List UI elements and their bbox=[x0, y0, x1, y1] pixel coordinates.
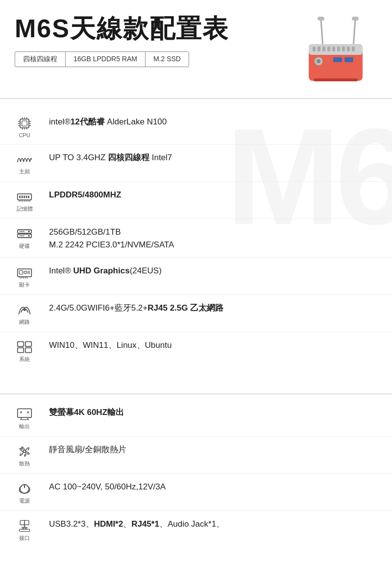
svg-rect-36 bbox=[22, 195, 23, 198]
spec-content-cooling: 靜音風扇/全銅散熱片 bbox=[44, 442, 377, 456]
gpu-icon bbox=[16, 266, 33, 279]
spec-icon-col-gpu: 顯卡 bbox=[5, 264, 44, 289]
svg-rect-19 bbox=[314, 78, 358, 81]
spec-text-storage-2: M.2 2242 PCIE3.0*1/NVME/SATA bbox=[49, 239, 377, 251]
svg-rect-80 bbox=[19, 529, 29, 531]
network-icon bbox=[16, 303, 33, 316]
spec-content-power: AC 100~240V, 50/60Hz,12V/3A bbox=[44, 480, 377, 493]
svg-rect-7 bbox=[318, 47, 320, 51]
power-icon bbox=[16, 482, 33, 495]
spec-content-mem: LPDDR5/4800MHZ bbox=[44, 188, 377, 201]
header-left: M6S天線款配置表 四核四線程 16GB LPDDR5 RAM M.2 SSD bbox=[15, 15, 294, 67]
spec-text-storage-1: 256GB/512GB/1TB bbox=[49, 226, 377, 239]
spec-icon-col-display: 輸出 bbox=[5, 405, 44, 430]
spec-row-network: 網路 2.4G/5.0GWIFI6+藍牙5.2+RJ45 2.5G 乙太網路 bbox=[0, 295, 392, 332]
svg-rect-67 bbox=[25, 348, 31, 353]
svg-rect-12 bbox=[342, 47, 345, 51]
svg-rect-14 bbox=[352, 47, 355, 51]
specs-section: CPU intel®12代酷睿 AlderLake N100 主頻 bbox=[0, 104, 392, 374]
svg-rect-10 bbox=[332, 47, 335, 51]
spec-icon-col-network: 網路 bbox=[5, 301, 44, 326]
spec-text-gpu: Intel® UHD Graphics(24EUS) bbox=[49, 265, 377, 277]
svg-rect-18 bbox=[344, 57, 353, 62]
svg-rect-35 bbox=[19, 195, 21, 198]
badge-row: 四核四線程 16GB LPDDR5 RAM M.2 SSD bbox=[15, 51, 189, 67]
svg-rect-11 bbox=[337, 47, 340, 51]
frequency-icon bbox=[16, 152, 33, 166]
spec-icon-col-ports: 接口 bbox=[5, 517, 44, 542]
header-section: M6S天線款配置表 四核四線程 16GB LPDDR5 RAM M.2 SSD bbox=[0, 0, 392, 93]
cooling-label: 散熱 bbox=[19, 460, 30, 467]
bottom-section: 輸出 雙螢幕4K 60HZ輸出 bbox=[0, 399, 392, 548]
spec-row-ports: 接口 USB3.2*3、HDMI*2、RJ45*1、Audio Jack*1、 bbox=[0, 511, 392, 548]
display-label: 輸出 bbox=[19, 423, 30, 430]
svg-rect-8 bbox=[322, 47, 325, 51]
device-svg bbox=[294, 10, 377, 83]
svg-rect-64 bbox=[18, 342, 24, 347]
spec-icon-col-storage: 硬碟 bbox=[5, 225, 44, 250]
section-break bbox=[0, 374, 392, 389]
port-icon bbox=[16, 519, 33, 533]
spec-content-display: 雙螢幕4K 60HZ輸出 bbox=[44, 405, 377, 419]
svg-rect-54 bbox=[19, 271, 23, 274]
spec-row-storage: 硬碟 256GB/512GB/1TB M.2 2242 PCIE3.0*1/NV… bbox=[0, 219, 392, 258]
spec-row-os: 系統 WIN10、WIN11、Linux、Ubuntu bbox=[0, 332, 392, 369]
svg-rect-9 bbox=[327, 47, 330, 51]
page-title: M6S天線款配置表 bbox=[15, 15, 294, 43]
svg-point-49 bbox=[28, 230, 30, 232]
network-label: 網路 bbox=[19, 318, 30, 326]
svg-rect-39 bbox=[28, 195, 29, 198]
spec-row-power: 電源 AC 100~240V, 50/60Hz,12V/3A bbox=[0, 474, 392, 511]
cpu-icon bbox=[16, 117, 33, 130]
spec-content-ports: USB3.2*3、HDMI*2、RJ45*1、Audio Jack*1、 bbox=[44, 517, 377, 531]
os-label: 系統 bbox=[19, 356, 30, 363]
svg-point-50 bbox=[28, 235, 30, 237]
svg-rect-37 bbox=[24, 195, 25, 198]
spec-icon-col-os: 系統 bbox=[5, 338, 44, 363]
memory-icon bbox=[16, 190, 33, 203]
spec-row-gpu: 顯卡 Intel® UHD Graphics(24EUS) bbox=[0, 258, 392, 295]
spec-row-freq: 主頻 UP TO 3.4GHZ 四核四線程 Intel7 bbox=[0, 145, 392, 182]
svg-rect-17 bbox=[333, 57, 342, 62]
spec-content-freq: UP TO 3.4GHZ 四核四線程 Intel7 bbox=[44, 150, 377, 164]
svg-rect-3 bbox=[352, 17, 359, 21]
section-divider bbox=[0, 393, 392, 394]
svg-rect-68 bbox=[18, 409, 31, 417]
spec-text-cpu: intel®12代酷睿 AlderLake N100 bbox=[49, 116, 377, 128]
spec-row-cpu: CPU intel®12代酷睿 AlderLake N100 bbox=[0, 109, 392, 145]
spec-icon-col-cooling: 散熱 bbox=[5, 442, 44, 467]
power-label: 電源 bbox=[19, 497, 30, 505]
spec-content-gpu: Intel® UHD Graphics(24EUS) bbox=[44, 264, 377, 277]
header-divider bbox=[0, 98, 392, 99]
spec-row-mem: 記憶體 LPDDR5/4800MHZ bbox=[0, 182, 392, 219]
system-icon bbox=[16, 340, 33, 354]
spec-content-cpu: intel®12代酷睿 AlderLake N100 bbox=[44, 115, 377, 128]
spec-text-power: AC 100~240V, 50/60Hz,12V/3A bbox=[49, 481, 377, 493]
spec-text-network: 2.4G/5.0GWIFI6+藍牙5.2+RJ45 2.5G 乙太網路 bbox=[49, 302, 377, 315]
spec-icon-col-freq: 主頻 bbox=[5, 150, 44, 175]
display-icon bbox=[16, 407, 33, 421]
mem-label: 記憶體 bbox=[17, 205, 33, 213]
badge-ram: 16GB LPDDR5 RAM bbox=[66, 52, 146, 67]
spec-content-network: 2.4G/5.0GWIFI6+藍牙5.2+RJ45 2.5G 乙太網路 bbox=[44, 301, 377, 315]
spec-icon-col-mem: 記憶體 bbox=[5, 188, 44, 213]
spec-icon-col-cpu: CPU bbox=[5, 115, 44, 138]
spec-text-mem: LPDDR5/4800MHZ bbox=[49, 189, 377, 201]
svg-point-16 bbox=[317, 59, 320, 63]
svg-rect-13 bbox=[347, 47, 350, 51]
fan-icon bbox=[16, 444, 33, 458]
spec-row-cooling: 散熱 靜音風扇/全銅散熱片 bbox=[0, 437, 392, 474]
page-wrapper: M6 M6S天線款配置表 四核四線程 16GB LPDDR5 RAM M.2 S… bbox=[0, 0, 392, 583]
spec-content-os: WIN10、WIN11、Linux、Ubuntu bbox=[44, 338, 377, 352]
spec-text-ports: USB3.2*3、HDMI*2、RJ45*1、Audio Jack*1、 bbox=[49, 518, 377, 531]
freq-label: 主頻 bbox=[19, 168, 30, 175]
spec-text-cooling: 靜音風扇/全銅散熱片 bbox=[49, 443, 377, 456]
svg-rect-20 bbox=[20, 119, 29, 128]
device-image bbox=[294, 10, 377, 83]
svg-point-55 bbox=[24, 271, 26, 274]
storage-icon bbox=[16, 227, 33, 241]
cpu-label: CPU bbox=[19, 132, 30, 138]
gpu-label: 顯卡 bbox=[19, 281, 30, 289]
spec-text-freq: UP TO 3.4GHZ 四核四線程 Intel7 bbox=[49, 151, 377, 164]
svg-rect-65 bbox=[25, 342, 31, 347]
